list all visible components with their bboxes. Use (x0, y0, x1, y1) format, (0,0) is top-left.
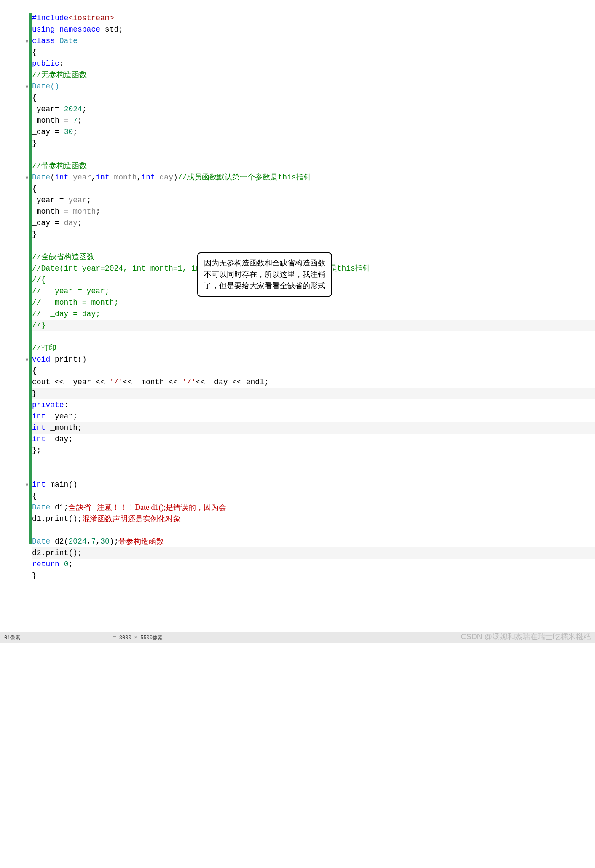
annotation-text: 全缺省 注意！！！ (68, 502, 135, 513)
code-line: _month = 7; (32, 115, 595, 126)
code-line: // _month = month; (32, 297, 595, 308)
code-line: void print() (32, 354, 595, 365)
code-line: d1.print(); 混淆函数声明还是实例化对象 (32, 513, 595, 525)
code-line: using namespace std; (32, 24, 595, 35)
code-line: { (32, 47, 595, 58)
code-line: _year = year; (32, 195, 595, 206)
code-line: int _month; (32, 422, 595, 434)
code-line: d2.print(); (32, 547, 595, 559)
code-line: int main() (32, 479, 595, 490)
code-line: //无参构造函数 (32, 70, 595, 81)
code-line: Date d1; 全缺省 注意！！！ Date d1();是错误的，因为会 (32, 502, 595, 513)
code-line: int _day; (32, 434, 595, 445)
code-editor: ∨ ∨ ∨ ∨ ∨ (0, 0, 595, 581)
code-line: private: (32, 399, 595, 411)
code-line: // _day = day; (32, 308, 595, 320)
code-line: { (32, 365, 595, 377)
code-line: _month = month; (32, 206, 595, 217)
code-line: _day = day; (32, 217, 595, 229)
code-line: public: (32, 58, 595, 70)
code-line: } (32, 229, 595, 240)
code-line: _year= 2024; (32, 104, 595, 115)
code-line: //打印 (32, 343, 595, 354)
annotation-text: 带参构造函数 (118, 536, 164, 547)
code-line: } (32, 570, 595, 581)
code-line: Date d2(2024,7,30); 带参构造函数 (32, 536, 595, 547)
status-pixel: 01像素 (4, 634, 20, 642)
code-line: //带参构造函数 (32, 161, 595, 172)
code-line: class Date (32, 35, 595, 47)
status-dim: □ 3000 × 5500像素 (113, 634, 163, 642)
code-line: _day = 30; (32, 126, 595, 138)
code-line: return 0; (32, 559, 595, 570)
code-line: Date(int year,int month,int day)//成员函数默认… (32, 172, 595, 183)
code-line: int _year; (32, 411, 595, 422)
code-area: #include<iostream> using namespace std; … (32, 13, 595, 581)
code-line: { (32, 92, 595, 104)
watermark: CSDN @汤姆和杰瑞在瑞士吃糯米糍粑 (461, 631, 591, 643)
annotation-text: 混淆函数声明还是实例化对象 (82, 513, 181, 525)
code-line: #include<iostream> (32, 13, 595, 24)
code-line: }; (32, 445, 595, 456)
callout-box: 因为无参构造函数和全缺省构造函数不可以同时存在，所以这里，我注销了，但是要给大家… (197, 252, 332, 297)
code-line: { (32, 183, 595, 195)
code-line: cout << _year << '/' << _month << '/' <<… (32, 377, 595, 388)
code-line: //} (32, 320, 595, 331)
code-line: } (32, 388, 595, 399)
callout-text: 因为无参构造函数和全缺省构造函数不可以同时存在，所以这里，我注销了，但是要给大家… (204, 259, 325, 290)
code-line: Date() (32, 81, 595, 92)
code-line: { (32, 490, 595, 502)
code-line: } (32, 138, 595, 149)
gutter: ∨ ∨ ∨ ∨ ∨ (0, 13, 32, 581)
annotation-text: Date d1();是错误的，因为会 (135, 502, 226, 513)
